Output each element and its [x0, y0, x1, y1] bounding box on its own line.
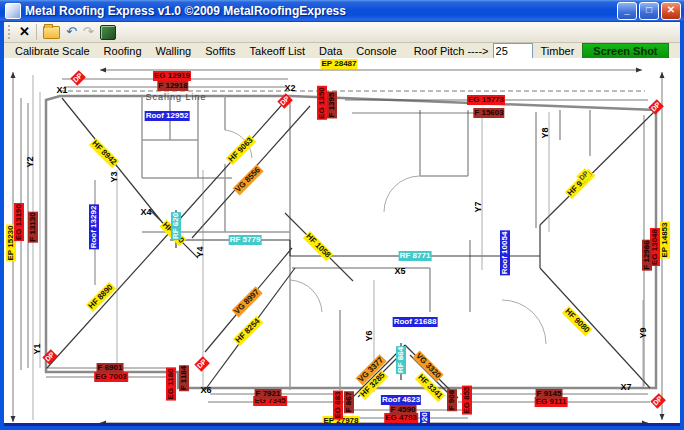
- measurement-label-f[interactable]: F 1395: [327, 92, 337, 119]
- axis-marker: Y8: [540, 126, 550, 139]
- measurement-label-f[interactable]: F 12986: [642, 239, 652, 270]
- menu-item-takeoff-list[interactable]: Takeoff List: [243, 45, 312, 57]
- minimize-button[interactable]: _: [617, 2, 637, 20]
- axis-marker: Y9: [638, 326, 648, 339]
- measurement-label-eg[interactable]: EG 15773: [467, 95, 505, 105]
- roof-pitch-label: Roof Pitch ---->: [404, 45, 493, 57]
- window-title: Metal Roofing Express v1.0 ©2009 MetalRo…: [25, 4, 615, 18]
- axis-marker: Y3: [109, 170, 119, 183]
- axis-marker: X4: [139, 207, 152, 217]
- axis-marker: X2: [283, 83, 296, 93]
- undo-icon[interactable]: ↶: [66, 24, 77, 40]
- measurement-label-eg[interactable]: EG 855: [462, 385, 472, 414]
- measurement-label-f[interactable]: F 13130: [28, 211, 38, 242]
- menu-item-walling[interactable]: Walling: [149, 45, 199, 57]
- measurement-label-ep[interactable]: EP 14853: [660, 222, 670, 259]
- measurement-label-f[interactable]: F 4590: [390, 405, 417, 415]
- measurement-label-f[interactable]: F 12918: [157, 81, 188, 91]
- menu-item-console[interactable]: Console: [349, 45, 403, 57]
- toolbar: ✕ ↶ ↷: [4, 22, 680, 43]
- axis-marker: X6: [199, 385, 212, 395]
- measurement-label-f[interactable]: F 1184: [179, 365, 189, 391]
- scaling-line-note: Scaling Line: [144, 92, 207, 102]
- menubar: Calibrate ScaleRoofingWallingSoffitsTake…: [4, 43, 680, 58]
- clear-icon[interactable]: ✕: [19, 23, 30, 41]
- measurement-label-f[interactable]: F 15603: [473, 108, 504, 118]
- measurement-label-f[interactable]: F 908: [447, 389, 457, 411]
- measurement-label-roof[interactable]: Roof 10054: [500, 231, 510, 276]
- axis-marker: X7: [619, 382, 632, 392]
- measurement-label-roof[interactable]: Roof 12952: [145, 111, 190, 121]
- measurement-label-f[interactable]: F 9145: [536, 389, 563, 399]
- axis-marker: Y6: [364, 329, 374, 342]
- measurement-label-rf[interactable]: RF 864: [396, 346, 406, 374]
- toolbar-grip: [8, 25, 13, 39]
- axis-marker: Y1: [32, 342, 42, 355]
- measurement-label-roof[interactable]: Roof 13292: [89, 205, 99, 250]
- toolbar-separator: [36, 24, 37, 40]
- measurement-label-roof[interactable]: 920: [420, 411, 430, 426]
- axis-marker: Y4: [195, 245, 205, 258]
- redo-icon: ↷: [83, 24, 94, 40]
- measurement-label-f[interactable]: F 6901: [97, 363, 124, 373]
- measurement-label-f[interactable]: F 7921: [255, 389, 282, 399]
- axis-marker: Y7: [473, 200, 483, 213]
- measurement-label-f[interactable]: F 867: [344, 391, 354, 413]
- measurement-label-eg[interactable]: EG 1180: [166, 367, 176, 400]
- axis-marker: X1: [55, 85, 68, 95]
- menu-item-data[interactable]: Data: [312, 45, 349, 57]
- window-titlebar: Metal Roofing Express v1.0 ©2009 MetalRo…: [0, 0, 684, 22]
- measurement-label-eg[interactable]: EG 1350: [317, 86, 327, 120]
- save-snapshot-icon[interactable]: [100, 25, 116, 40]
- screen-shot-button[interactable]: Screen Shot: [582, 43, 668, 59]
- open-folder-icon[interactable]: [43, 26, 60, 39]
- measurement-label-eg[interactable]: EG 13190: [14, 203, 24, 241]
- timber-label: Timber: [539, 45, 583, 57]
- menu-item-roofing[interactable]: Roofing: [97, 45, 149, 57]
- measurement-label-roof[interactable]: Roof 4623: [381, 395, 421, 405]
- measurement-label-rf[interactable]: RF 8771: [399, 251, 432, 261]
- measurement-label-eg[interactable]: EG 7003: [94, 372, 128, 382]
- close-button[interactable]: ✕: [661, 2, 681, 20]
- axis-marker: X5: [393, 266, 406, 276]
- menu-item-soffits[interactable]: Soffits: [198, 45, 242, 57]
- measurement-label-rf[interactable]: RF 5779: [229, 235, 262, 245]
- measurement-label-rf[interactable]: RF 620: [171, 212, 181, 240]
- menu-item-calibrate-scale[interactable]: Calibrate Scale: [8, 45, 97, 57]
- roof-pitch-input[interactable]: [493, 43, 533, 59]
- app-icon: [5, 3, 21, 19]
- measurement-label-roof[interactable]: Roof 21688: [393, 317, 438, 327]
- measurement-label-ep[interactable]: EP 28487: [321, 59, 358, 69]
- maximize-button[interactable]: □: [639, 2, 659, 20]
- application-window: Metal Roofing Express v1.0 ©2009 MetalRo…: [0, 0, 684, 430]
- measurement-label-eg[interactable]: EG 12919: [153, 71, 191, 81]
- measurement-label-eg[interactable]: EG 883: [333, 390, 343, 419]
- axis-marker: Y2: [25, 155, 35, 168]
- plan-canvas[interactable]: EP 28487EP 15230EP 14853EP 27978HF 8942H…: [4, 58, 680, 426]
- window-body: ✕ ↶ ↷ Calibrate ScaleRoofingWallingSoffi…: [0, 22, 684, 430]
